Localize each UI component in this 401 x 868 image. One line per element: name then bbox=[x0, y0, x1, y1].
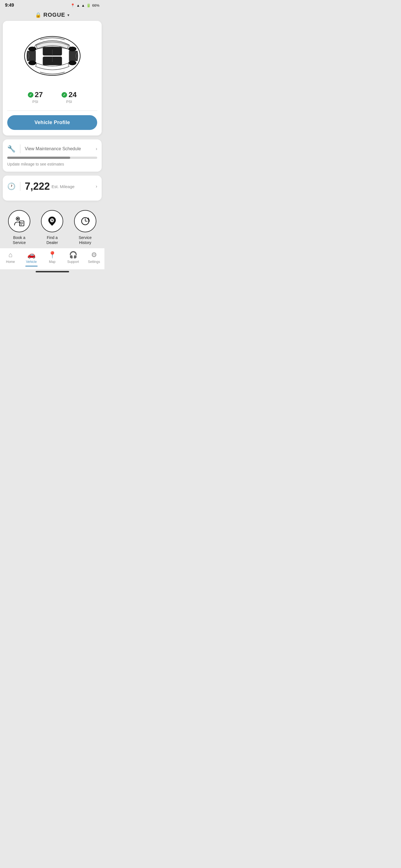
maintenance-note: Update mileage to see estimates bbox=[7, 162, 64, 166]
vehicle-card: ✓ 27 PSI ✓ 24 PSI Vehicle Profile bbox=[3, 21, 102, 135]
book-service-action[interactable]: Book aService bbox=[8, 210, 30, 245]
battery-icon: 🔋 bbox=[86, 3, 91, 7]
mileage-value: 7,222 bbox=[25, 181, 50, 192]
find-dealer-action[interactable]: N Find aDealer bbox=[41, 210, 63, 245]
speedometer-icon: 🕐 bbox=[7, 183, 16, 190]
card-divider bbox=[7, 111, 97, 111]
settings-icon: ⚙ bbox=[91, 251, 97, 259]
nav-home[interactable]: ⌂ Home bbox=[2, 251, 19, 264]
map-icon: 📍 bbox=[48, 251, 57, 259]
mileage-card-header: 🕐 7,222 Est. Mileage › bbox=[7, 181, 97, 192]
find-dealer-icon: N bbox=[47, 216, 58, 227]
vertical-divider bbox=[20, 145, 20, 153]
front-tire-psi: ✓ 27 PSI bbox=[28, 90, 43, 104]
svg-point-3 bbox=[28, 47, 36, 51]
maintenance-title: View Maintenance Schedule bbox=[25, 146, 81, 151]
wifi-icon: ▲ bbox=[76, 3, 80, 7]
svg-text:N: N bbox=[51, 219, 53, 222]
book-service-label: Book aService bbox=[13, 235, 26, 245]
maintenance-card[interactable]: 🔧 View Maintenance Schedule › Update mil… bbox=[3, 140, 102, 172]
svg-point-13 bbox=[17, 218, 19, 219]
home-icon: ⌂ bbox=[8, 251, 12, 259]
nav-map[interactable]: 📍 Map bbox=[44, 251, 61, 264]
nav-settings[interactable]: ⚙ Settings bbox=[86, 251, 103, 264]
nav-support-label: Support bbox=[67, 260, 79, 264]
status-bar: 9:49 📍 ▲ ▲ 🔋 66% bbox=[0, 0, 105, 9]
signal-icon: ▲ bbox=[81, 3, 85, 7]
book-service-icon bbox=[13, 215, 25, 227]
maintenance-progress-fill bbox=[7, 157, 70, 159]
front-tire-value: 27 bbox=[35, 90, 43, 99]
book-service-circle bbox=[8, 210, 30, 232]
maintenance-card-header: 🔧 View Maintenance Schedule › bbox=[7, 145, 97, 153]
support-icon: 🎧 bbox=[69, 251, 78, 259]
service-history-icon bbox=[80, 216, 91, 227]
nav-support[interactable]: 🎧 Support bbox=[65, 251, 82, 264]
rear-tire-label: PSI bbox=[66, 100, 72, 104]
status-time: 9:49 bbox=[5, 3, 14, 8]
mileage-vertical-divider bbox=[20, 182, 20, 191]
rear-tire-value: 24 bbox=[68, 90, 77, 99]
vehicle-name: ROGUE bbox=[44, 12, 65, 18]
status-icons: 📍 ▲ ▲ 🔋 66% bbox=[70, 3, 99, 7]
header: 🔒 ROGUE ▾ bbox=[0, 9, 105, 21]
front-tire-check-icon: ✓ bbox=[28, 92, 33, 98]
tire-pressure-row: ✓ 27 PSI ✓ 24 PSI bbox=[7, 88, 97, 108]
rear-tire-check-icon: ✓ bbox=[61, 92, 67, 98]
nav-settings-label: Settings bbox=[88, 260, 100, 264]
chevron-right-icon: › bbox=[96, 146, 97, 151]
nav-map-label: Map bbox=[49, 260, 55, 264]
nav-home-label: Home bbox=[6, 260, 15, 264]
nav-active-indicator bbox=[25, 266, 37, 267]
bottom-nav: ⌂ Home 🚗 Vehicle 📍 Map 🎧 Support ⚙ Setti… bbox=[0, 248, 105, 269]
mileage-chevron-right-icon: › bbox=[96, 184, 97, 189]
action-bar: Book aService N Find aDealer bbox=[0, 205, 105, 248]
svg-point-4 bbox=[68, 47, 76, 51]
service-history-label: ServiceHistory bbox=[79, 235, 92, 245]
find-dealer-label: Find aDealer bbox=[47, 235, 58, 245]
mileage-card[interactable]: 🕐 7,222 Est. Mileage › bbox=[3, 176, 102, 200]
car-illustration bbox=[7, 25, 97, 88]
location-icon: 📍 bbox=[70, 3, 75, 7]
service-history-action[interactable]: ServiceHistory bbox=[74, 210, 96, 245]
mileage-row: 7,222 Est. Mileage bbox=[25, 181, 75, 192]
nav-vehicle[interactable]: 🚗 Vehicle bbox=[23, 251, 40, 264]
maintenance-progress-bg bbox=[7, 157, 97, 159]
car-svg bbox=[13, 28, 91, 84]
svg-point-6 bbox=[68, 61, 76, 65]
svg-point-5 bbox=[28, 61, 36, 65]
rear-tire-psi: ✓ 24 PSI bbox=[61, 90, 77, 104]
find-dealer-circle: N bbox=[41, 210, 63, 232]
home-indicator bbox=[36, 271, 69, 272]
wrench-icon: 🔧 bbox=[7, 145, 16, 153]
front-tire-label: PSI bbox=[32, 100, 38, 104]
vehicle-icon: 🚗 bbox=[27, 251, 36, 259]
vehicle-profile-button[interactable]: Vehicle Profile bbox=[7, 115, 97, 130]
nav-vehicle-label: Vehicle bbox=[26, 260, 37, 264]
svg-rect-9 bbox=[20, 221, 24, 226]
chevron-down-icon[interactable]: ▾ bbox=[67, 13, 69, 17]
lock-icon: 🔒 bbox=[35, 12, 41, 18]
battery-percent: 66% bbox=[92, 3, 99, 7]
mileage-label: Est. Mileage bbox=[52, 184, 75, 189]
service-history-circle bbox=[74, 210, 96, 232]
